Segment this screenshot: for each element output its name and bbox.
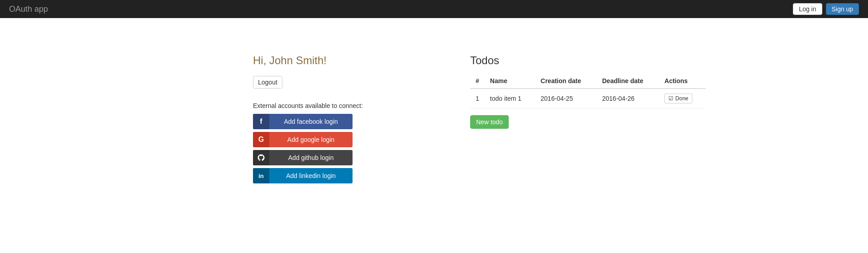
main-content: Hi, John Smith! Logout External accounts… — [162, 18, 706, 211]
new-todo-button[interactable]: New todo — [470, 115, 509, 129]
app-brand: OAuth app — [9, 5, 48, 14]
todos-title: Todos — [470, 54, 706, 67]
github-button-label: Add github login — [269, 154, 353, 161]
google-icon: G — [253, 132, 269, 147]
login-button[interactable]: Log in — [793, 3, 822, 15]
facebook-button-label: Add facebook login — [269, 118, 353, 125]
done-button[interactable]: ☑ Done — [664, 94, 692, 103]
external-accounts-section: External accounts available to connect: … — [253, 102, 443, 183]
col-header-name: Name — [485, 74, 535, 89]
col-header-id: # — [470, 74, 485, 89]
cell-actions: ☑ Done — [659, 89, 706, 108]
cell-id: 1 — [470, 89, 485, 108]
right-panel: Todos # Name Creation date Deadline date… — [443, 45, 706, 183]
greeting: Hi, John Smith! — [253, 54, 443, 67]
navbar-buttons: Log in Sign up — [793, 3, 859, 15]
external-accounts-label: External accounts available to connect: — [253, 102, 443, 109]
social-buttons-container: f Add facebook login G Add google login … — [253, 114, 353, 183]
google-button-label: Add google login — [269, 136, 353, 143]
logout-button[interactable]: Logout — [253, 76, 282, 89]
col-header-deadline: Deadline date — [596, 74, 659, 89]
add-github-button[interactable]: Add github login — [253, 150, 353, 165]
check-icon: ☑ — [668, 95, 673, 102]
add-linkedin-button[interactable]: in Add linkedin login — [253, 168, 353, 183]
todos-table: # Name Creation date Deadline date Actio… — [470, 74, 706, 108]
navbar: OAuth app Log in Sign up — [0, 0, 868, 18]
github-icon — [253, 150, 269, 165]
facebook-icon: f — [253, 114, 269, 129]
cell-name: todo item 1 — [485, 89, 535, 108]
cell-creation-date: 2016-04-25 — [535, 89, 597, 108]
add-google-button[interactable]: G Add google login — [253, 132, 353, 147]
signup-button[interactable]: Sign up — [826, 3, 859, 15]
left-panel: Hi, John Smith! Logout External accounts… — [253, 45, 443, 183]
col-header-actions: Actions — [659, 74, 706, 89]
add-facebook-button[interactable]: f Add facebook login — [253, 114, 353, 129]
linkedin-icon: in — [253, 168, 269, 183]
linkedin-button-label: Add linkedin login — [269, 172, 353, 179]
table-header-row: # Name Creation date Deadline date Actio… — [470, 74, 706, 89]
table-row: 1 todo item 1 2016-04-25 2016-04-26 ☑ Do… — [470, 89, 706, 108]
col-header-creation: Creation date — [535, 74, 597, 89]
done-label: Done — [675, 95, 688, 102]
cell-deadline-date: 2016-04-26 — [596, 89, 659, 108]
